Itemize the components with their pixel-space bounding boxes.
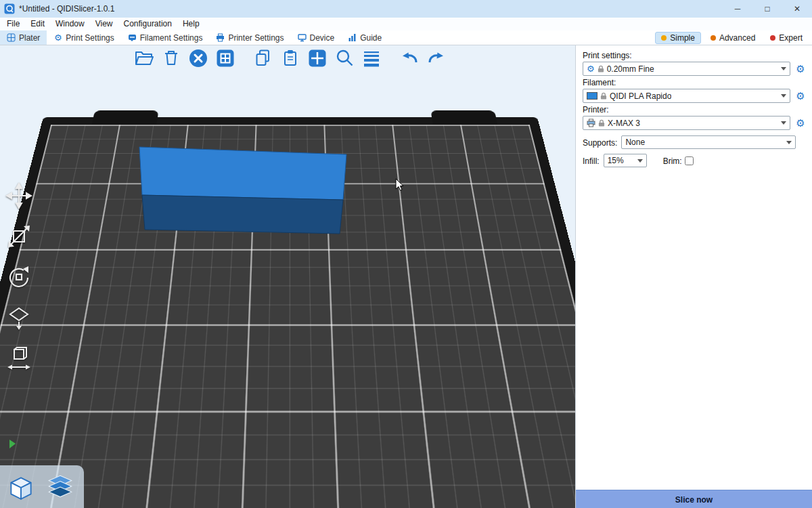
variable-layer-height-button[interactable]: [360, 47, 383, 70]
filament-icon: [128, 33, 137, 42]
print-bed: [0, 117, 575, 508]
filament-value: QIDI PLA Rapido: [610, 91, 671, 101]
infill-value: 15%: [608, 156, 624, 165]
move-tool-button[interactable]: [4, 181, 34, 211]
lock-icon: [597, 64, 604, 73]
view-switcher-panel: [0, 465, 84, 508]
scale-tool-button[interactable]: [4, 221, 34, 251]
print-settings-value: 0.20mm Fine: [607, 64, 654, 74]
paste-button[interactable]: [279, 47, 302, 70]
chevron-down-icon: [786, 141, 792, 144]
rotate-tool-button[interactable]: [4, 262, 34, 292]
menubar: File Edit Window View Configuration Help: [0, 18, 812, 30]
tab-print-settings[interactable]: ⚙ Print Settings: [47, 30, 120, 45]
tab-device[interactable]: Device: [291, 30, 342, 45]
settings-sidebar: Print settings: ⚙ 0.20mm Fine ⚙ Filament…: [575, 45, 812, 508]
filament-combobox[interactable]: QIDI PLA Rapido: [583, 89, 790, 103]
split-button[interactable]: [306, 47, 329, 70]
tab-filament-settings[interactable]: Filament Settings: [121, 30, 210, 45]
print-settings-combobox[interactable]: ⚙ 0.20mm Fine: [583, 62, 790, 76]
tab-plater[interactable]: Plater: [0, 30, 47, 45]
infill-combobox[interactable]: 15%: [604, 154, 647, 167]
place-on-face-tool-button[interactable]: [4, 303, 34, 333]
print-settings-label: Print settings:: [583, 51, 807, 60]
delete-all-button[interactable]: [187, 47, 210, 70]
mouse-cursor: [395, 178, 406, 192]
tabbar: Plater ⚙ Print Settings Filament Setting…: [0, 30, 812, 45]
menu-view[interactable]: View: [90, 18, 118, 30]
tab-printer-settings[interactable]: Printer Settings: [209, 30, 290, 45]
titlebar: *Untitled - QIDISlicer-1.0.1 ─ □ ✕: [0, 0, 812, 18]
main-area: Print settings: ⚙ 0.20mm Fine ⚙ Filament…: [0, 45, 812, 508]
open-folder-button[interactable]: [133, 47, 156, 70]
supports-value: None: [625, 137, 645, 147]
gizmo-toolbar: [4, 181, 34, 373]
simple-mode-dot-icon: [661, 35, 667, 41]
brim-label: Brim:: [663, 156, 682, 166]
advanced-mode-dot-icon: [710, 35, 716, 41]
preview-layers-button[interactable]: [43, 469, 77, 506]
slice-now-button[interactable]: Slice now: [576, 490, 812, 508]
supports-combobox[interactable]: None: [621, 135, 796, 149]
menu-window[interactable]: Window: [50, 18, 90, 30]
printer-icon: [587, 119, 595, 127]
bed-clip: [431, 110, 498, 125]
mode-advanced[interactable]: Advanced: [705, 33, 761, 43]
tab-label: Filament Settings: [140, 33, 203, 43]
app-window: *Untitled - QIDISlicer-1.0.1 ─ □ ✕ File …: [0, 0, 812, 508]
mode-simple[interactable]: Simple: [655, 32, 701, 44]
lock-icon: [600, 91, 607, 100]
app-logo-icon: [4, 3, 15, 14]
bed-origin-marker: [8, 438, 18, 449]
copy-button[interactable]: [252, 47, 275, 70]
tab-guide[interactable]: Guide: [341, 30, 388, 45]
redo-button[interactable]: [425, 47, 448, 70]
print-settings-gear-button[interactable]: ⚙: [794, 63, 807, 75]
menu-configuration[interactable]: Configuration: [118, 18, 177, 30]
supports-label: Supports:: [583, 138, 617, 148]
minimize-button[interactable]: ─: [723, 0, 752, 18]
printer-value: X-MAX 3: [608, 119, 640, 128]
tab-label: Guide: [360, 33, 382, 43]
chevron-down-icon: [781, 121, 786, 125]
search-button[interactable]: [333, 47, 356, 70]
lock-icon: [598, 119, 605, 127]
tab-label: Device: [310, 33, 335, 43]
maximize-button[interactable]: □: [752, 0, 782, 18]
printer-label: Printer:: [583, 105, 807, 114]
window-controls: ─ □ ✕: [723, 0, 812, 18]
menu-help[interactable]: Help: [177, 18, 205, 30]
infill-label: Infill:: [583, 156, 600, 166]
printer-combobox[interactable]: X-MAX 3: [583, 116, 790, 130]
window-title: *Untitled - QIDISlicer-1.0.1: [19, 4, 114, 14]
undo-button[interactable]: [398, 47, 421, 70]
printer-icon: [216, 33, 225, 42]
brim-checkbox[interactable]: [685, 156, 694, 165]
menu-edit[interactable]: Edit: [25, 18, 50, 30]
mode-label: Expert: [779, 33, 803, 43]
device-icon: [298, 33, 307, 42]
tab-label: Print Settings: [66, 33, 114, 43]
viewport-toolbar: [133, 47, 448, 70]
chevron-down-icon: [781, 67, 786, 70]
3d-viewport[interactable]: [0, 45, 575, 508]
editor-view-button[interactable]: [4, 469, 38, 506]
chevron-down-icon: [637, 159, 643, 163]
tab-label: Printer Settings: [228, 33, 284, 43]
delete-button[interactable]: [160, 47, 183, 70]
cut-tool-button[interactable]: [4, 343, 34, 373]
filament-gear-button[interactable]: ⚙: [794, 90, 807, 102]
close-button[interactable]: ✕: [782, 0, 812, 18]
menu-file[interactable]: File: [1, 18, 25, 30]
tab-label: Plater: [19, 33, 40, 43]
filament-color-swatch: [587, 92, 597, 100]
filament-label: Filament:: [583, 78, 807, 87]
printer-gear-button[interactable]: ⚙: [794, 117, 807, 129]
mode-label: Advanced: [719, 33, 755, 43]
mode-expert[interactable]: Expert: [765, 33, 808, 43]
mode-switcher: Simple Advanced Expert: [655, 30, 812, 45]
arrange-button[interactable]: [214, 47, 237, 70]
bed-clip: [92, 110, 159, 125]
gear-icon: ⚙: [53, 33, 62, 42]
mode-label: Simple: [670, 33, 695, 43]
